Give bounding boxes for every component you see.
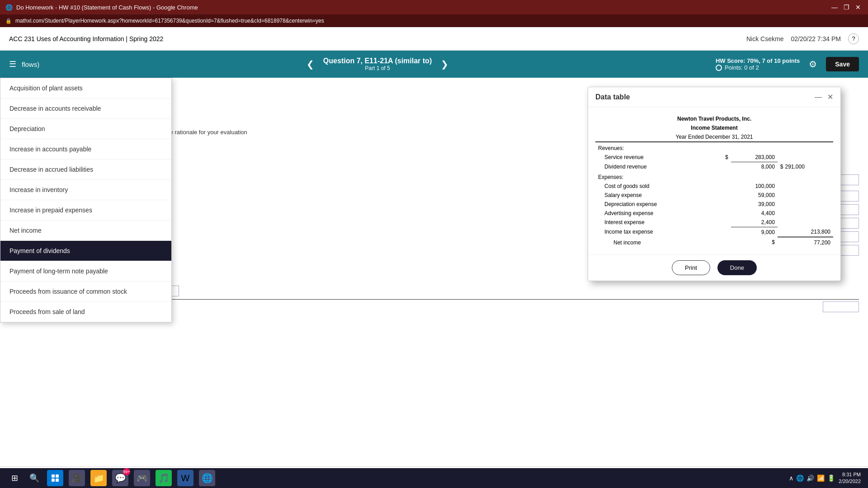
restore-button[interactable]: ❐ xyxy=(842,3,851,12)
expense-row-advertising: Advertising expense 4,400 xyxy=(595,209,833,218)
date: 2/20/2022 xyxy=(839,478,861,485)
svg-rect-1 xyxy=(56,474,59,478)
search-button[interactable]: 🔍 xyxy=(27,471,42,485)
save-button[interactable]: Save xyxy=(826,57,859,71)
expense-label-depreciation: Depreciation expense xyxy=(595,200,715,209)
expense-row-cogs: Cost of goods sold 100,000 xyxy=(595,182,833,191)
expense-row-salary: Salary expense 59,000 xyxy=(595,191,833,200)
modal-controls: — ✕ xyxy=(815,93,833,101)
dropdown-item-increase-ap[interactable]: Increase in accounts payable xyxy=(0,139,171,160)
expense-amount-tax: 9,000 xyxy=(731,227,778,237)
total-rev-symbol: $ xyxy=(780,164,783,170)
dropdown-item-proceeds-common[interactable]: Proceeds from issuance of common stock xyxy=(0,282,171,302)
word-button[interactable]: W xyxy=(177,470,193,486)
url-bar: 🔒 mathxl.com/Student/PlayerHomework.aspx… xyxy=(0,14,868,27)
next-question-button[interactable]: ❯ xyxy=(437,57,452,71)
datetime: 02/20/22 7:34 PM xyxy=(791,35,841,42)
teams-button[interactable]: 🎥 xyxy=(69,470,85,486)
expense-label-cogs: Cost of goods sold xyxy=(595,182,715,191)
minimize-button[interactable]: — xyxy=(830,3,839,12)
discord-button[interactable]: 🎮 xyxy=(134,470,150,486)
other-app-button[interactable]: 🌐 xyxy=(199,470,215,486)
help-button[interactable]: ? xyxy=(848,33,859,44)
volume-icon: 🔊 xyxy=(807,474,814,482)
expense-amount-advertising: 4,400 xyxy=(731,209,778,218)
dropdown-item-payment-dividends[interactable]: Payment of dividends xyxy=(0,241,171,261)
hw-score: HW Score: 70%, 7 of 10 points xyxy=(716,57,800,64)
expense-amount-interest: 2,400 xyxy=(731,218,778,227)
taskview-button[interactable] xyxy=(47,470,63,486)
modal-close-button[interactable]: ✕ xyxy=(827,93,833,101)
done-button[interactable]: Done xyxy=(717,260,757,275)
browser-favicon: 🌐 xyxy=(5,4,13,11)
modal-footer: Print Done xyxy=(588,254,840,281)
net-income-label: Net income xyxy=(595,237,715,247)
close-button[interactable]: ✕ xyxy=(854,3,863,12)
main-content: Acquisition of plant assets Decrease in … xyxy=(0,78,868,466)
time: 8:31 PM xyxy=(839,471,861,478)
question-header: ☰ flows) ❮ Question 7, E11-21A (similar … xyxy=(0,51,868,78)
service-revenue-label: Service revenue xyxy=(595,153,715,162)
dropdown-item-increase-inventory[interactable]: Increase in inventory xyxy=(0,180,171,200)
dividend-revenue-row: Dividend revenue 8,000 $ 291,000 xyxy=(595,162,833,172)
company-name: Newton Travel Products, Inc. xyxy=(595,114,833,123)
net-income-row: Net income $ 77,200 xyxy=(595,237,833,247)
expense-row-tax: Income tax expense 9,000 213,800 xyxy=(595,227,833,237)
expenses-header: Expenses: xyxy=(595,171,833,182)
service-revenue-amount: 283,000 xyxy=(731,153,778,162)
revenues-header: Revenues: xyxy=(595,142,833,153)
dropdown-menu: Acquisition of plant assets Decrease in … xyxy=(0,78,172,323)
net-cash-input[interactable] xyxy=(823,301,859,312)
dropdown-item-decrease-al[interactable]: Decrease in accrued liabilities xyxy=(0,160,171,180)
clock[interactable]: 8:31 PM 2/20/2022 xyxy=(839,471,861,485)
print-button[interactable]: Print xyxy=(672,260,710,275)
expense-row-interest: Interest expense 2,400 xyxy=(595,218,833,227)
lock-icon: 🔒 xyxy=(5,18,12,24)
start-button[interactable]: ⊞ xyxy=(7,471,22,485)
wifi-icon: 📶 xyxy=(817,474,825,482)
dropdown-item-net-income[interactable]: Net income xyxy=(0,221,171,241)
total-expenses: 213,800 xyxy=(778,227,833,237)
modal-header: Data table — ✕ xyxy=(588,87,840,107)
folder-button[interactable]: 📁 xyxy=(90,470,107,486)
modal-minimize-button[interactable]: — xyxy=(815,93,822,101)
statement-title: Income Statement xyxy=(595,123,833,132)
expense-label-advertising: Advertising expense xyxy=(595,209,715,218)
modal-body: Newton Travel Products, Inc. Income Stat… xyxy=(588,107,840,254)
question-part: Part 1 of 5 xyxy=(323,65,432,71)
expense-amount-salary: 59,000 xyxy=(731,191,778,200)
settings-button[interactable]: ⚙ xyxy=(809,59,817,70)
username: Nick Csekme xyxy=(746,35,783,42)
total-revenue: $ 291,000 xyxy=(778,162,833,171)
dropdown-item-increase-prepaid[interactable]: Increase in prepaid expenses xyxy=(0,200,171,221)
dropdown-item-proceeds-land[interactable]: Proceeds from sale of land xyxy=(0,302,171,322)
page-title: flows) xyxy=(22,61,39,68)
svg-rect-2 xyxy=(52,479,55,482)
prev-question-button[interactable]: ❮ xyxy=(303,57,318,71)
expense-label-salary: Salary expense xyxy=(595,191,715,200)
net-income-amount: 77,200 xyxy=(778,237,833,247)
system-tray: ∧ 🌐 🔊 📶 🔋 xyxy=(789,474,835,482)
dropdown-item-acquisition[interactable]: Acquisition of plant assets xyxy=(0,78,171,99)
chevron-up-icon[interactable]: ∧ xyxy=(789,474,793,482)
battery-icon: 🔋 xyxy=(827,474,835,482)
hamburger-icon[interactable]: ☰ xyxy=(9,59,16,69)
course-title: ACC 231 Uses of Accounting Information |… xyxy=(9,35,163,42)
expense-amount-cogs: 100,000 xyxy=(731,182,778,191)
taskbar: ⊞ 🔍 🎥 📁 💬 99+ 🎮 🎵 W 🌐 ∧ 🌐 🔊 📶 🔋 xyxy=(0,468,868,488)
expense-row-depreciation: Depreciation expense 39,000 xyxy=(595,200,833,209)
expense-amount-depreciation: 39,000 xyxy=(731,200,778,209)
chat-button[interactable]: 💬 99+ xyxy=(112,470,128,486)
dropdown-item-payment-ltnote[interactable]: Payment of long-term note payable xyxy=(0,261,171,282)
net-income-symbol: $ xyxy=(731,237,778,247)
dropdown-item-decrease-ar[interactable]: Decrease in accounts receivable xyxy=(0,99,171,119)
data-table-modal: Data table — ✕ Newton Travel Products, I… xyxy=(588,87,841,281)
url-text[interactable]: mathxl.com/Student/PlayerHomework.aspx?h… xyxy=(15,18,324,24)
dividend-revenue-amount: 8,000 xyxy=(731,162,778,172)
service-revenue-symbol: $ xyxy=(715,153,731,162)
browser-title: Do Homework - HW #10 (Statement of Cash … xyxy=(16,4,198,11)
title-bar: 🌐 Do Homework - HW #10 (Statement of Cas… xyxy=(0,0,868,14)
spotify-button[interactable]: 🎵 xyxy=(156,470,172,486)
dropdown-item-depreciation[interactable]: Depreciation xyxy=(0,119,171,139)
expense-label-tax: Income tax expense xyxy=(595,227,715,237)
